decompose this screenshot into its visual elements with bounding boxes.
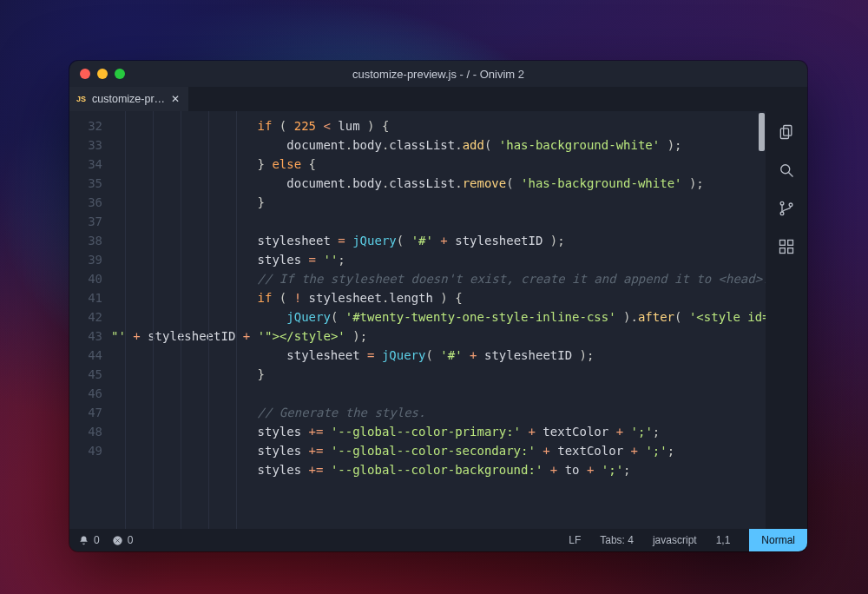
- tabbar: JS customize-pr… ✕: [69, 87, 807, 111]
- language-indicator[interactable]: javascript: [653, 534, 697, 546]
- tab-customize-preview[interactable]: JS customize-pr… ✕: [69, 87, 189, 111]
- svg-rect-9: [780, 248, 786, 254]
- indent-indicator[interactable]: Tabs: 4: [600, 534, 634, 546]
- close-tab-icon[interactable]: ✕: [171, 93, 180, 105]
- svg-rect-7: [780, 241, 786, 246]
- scrollbar-track[interactable]: [758, 111, 766, 529]
- window-title: customize-preview.js - / - Onivim 2: [69, 68, 807, 81]
- search-icon[interactable]: [778, 162, 795, 179]
- svg-point-5: [780, 212, 784, 215]
- errors-indicator[interactable]: 0: [112, 534, 134, 546]
- minimize-window-button[interactable]: [97, 69, 108, 79]
- code-editor[interactable]: 323334353637383940414243444546474849 if …: [69, 111, 766, 529]
- activity-bar: [766, 111, 807, 529]
- svg-point-6: [789, 203, 792, 207]
- svg-rect-8: [788, 241, 793, 246]
- js-lang-badge: JS: [76, 95, 86, 103]
- errors-count: 0: [128, 534, 134, 546]
- code-content[interactable]: if ( 225 < lum ) { document.body.classLi…: [111, 111, 766, 529]
- titlebar[interactable]: customize-preview.js - / - Onivim 2: [69, 61, 807, 87]
- svg-point-4: [780, 201, 784, 205]
- svg-rect-1: [780, 129, 788, 139]
- status-bar: 0 0 LF Tabs: 4 javascript 1,1 Normal: [69, 529, 807, 551]
- grid-icon[interactable]: [778, 238, 795, 255]
- svg-point-2: [781, 165, 790, 174]
- zoom-window-button[interactable]: [115, 69, 125, 79]
- desktop-wallpaper: customize-preview.js - / - Onivim 2 JS c…: [0, 0, 868, 594]
- error-icon: [112, 535, 123, 546]
- svg-rect-0: [784, 126, 792, 136]
- bell-icon: [78, 535, 89, 546]
- close-window-button[interactable]: [80, 69, 90, 79]
- tab-label: customize-pr…: [92, 93, 165, 105]
- eol-indicator[interactable]: LF: [569, 534, 581, 546]
- window-controls: [80, 69, 125, 79]
- line-number-gutter: 323334353637383940414243444546474849: [69, 111, 111, 529]
- svg-line-3: [789, 173, 793, 177]
- notifications-indicator[interactable]: 0: [78, 534, 100, 546]
- notifications-count: 0: [94, 534, 100, 546]
- vim-mode-indicator[interactable]: Normal: [749, 529, 807, 551]
- svg-rect-10: [788, 248, 793, 254]
- editor-body: 323334353637383940414243444546474849 if …: [69, 111, 807, 529]
- scrollbar-thumb[interactable]: [759, 113, 765, 151]
- files-icon[interactable]: [778, 123, 795, 141]
- cursor-position[interactable]: 1,1: [716, 534, 731, 546]
- editor-window: customize-preview.js - / - Onivim 2 JS c…: [69, 61, 807, 551]
- git-branch-icon[interactable]: [778, 200, 795, 217]
